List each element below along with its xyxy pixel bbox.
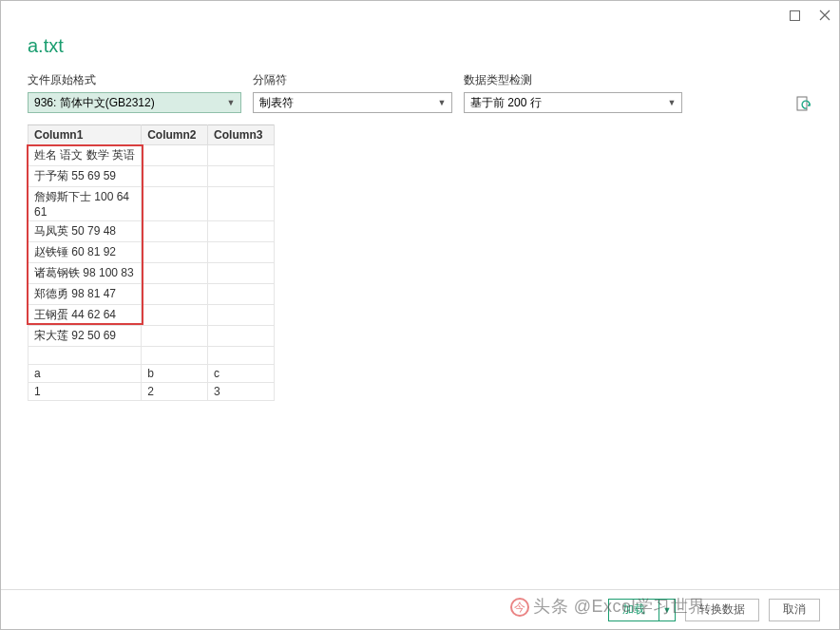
table-cell[interactable]: 于予菊 55 69 59 (29, 166, 142, 187)
data-type-group: 数据类型检测 基于前 200 行 ▼ (464, 72, 682, 113)
table-cell[interactable] (142, 145, 208, 166)
dialog-window: a.txt 文件原始格式 936: 简体中文(GB2312) ▼ 分隔符 制表符… (0, 0, 840, 630)
delimiter-group: 分隔符 制表符 ▼ (253, 72, 452, 113)
table-row[interactable]: abc (29, 365, 275, 383)
table-row[interactable]: 詹姆斯下士 100 64 61 (29, 187, 275, 221)
delimiter-value: 制表符 (259, 95, 294, 111)
table-cell[interactable]: 姓名 语文 数学 英语 (29, 145, 142, 166)
table-cell[interactable] (208, 145, 275, 166)
load-button[interactable]: 加载 ▼ (608, 599, 676, 621)
chevron-down-icon: ▼ (664, 98, 679, 107)
table-cell[interactable] (142, 263, 208, 284)
column-header[interactable]: Column1 (29, 125, 142, 145)
table-cell[interactable] (142, 284, 208, 305)
table-row[interactable]: 于予菊 55 69 59 (29, 166, 275, 187)
table-cell[interactable] (208, 166, 275, 187)
file-origin-dropdown[interactable]: 936: 简体中文(GB2312) ▼ (28, 92, 241, 113)
table-row[interactable]: 诸葛钢铁 98 100 83 (29, 263, 275, 284)
table-cell[interactable]: a (29, 365, 142, 383)
controls-row: 文件原始格式 936: 简体中文(GB2312) ▼ 分隔符 制表符 ▼ 数据类… (1, 72, 839, 113)
page-title: a.txt (1, 29, 839, 72)
cancel-button-label: 取消 (783, 601, 806, 618)
dialog-footer: 加载 ▼ 转换数据 取消 (1, 589, 839, 629)
table-cell[interactable] (208, 305, 275, 326)
table-cell[interactable] (142, 221, 208, 242)
table-cell[interactable]: 宋大莲 92 50 69 (29, 326, 142, 347)
chevron-down-icon: ▼ (223, 98, 239, 107)
table-cell[interactable] (208, 221, 275, 242)
table-cell[interactable] (142, 242, 208, 263)
table-cell[interactable] (142, 347, 208, 365)
cancel-button[interactable]: 取消 (769, 599, 820, 621)
table-cell[interactable]: 马凤英 50 79 48 (29, 221, 142, 242)
preview-table-area: Column1 Column2 Column3 姓名 语文 数学 英语于予菊 5… (28, 124, 275, 401)
column-header[interactable]: Column3 (208, 125, 275, 145)
table-cell[interactable]: c (208, 365, 275, 383)
chevron-down-icon: ▼ (434, 98, 449, 107)
table-row[interactable]: 123 (29, 383, 275, 401)
chevron-down-icon[interactable]: ▼ (659, 605, 675, 615)
data-type-value: 基于前 200 行 (470, 95, 542, 111)
table-cell[interactable]: 赵铁锤 60 81 92 (29, 242, 142, 263)
transform-button-label: 转换数据 (699, 601, 745, 618)
table-cell[interactable] (208, 187, 275, 221)
maximize-icon[interactable] (788, 9, 801, 22)
table-cell[interactable]: 王钢蛋 44 62 64 (29, 305, 142, 326)
table-row[interactable] (29, 347, 275, 365)
table-cell[interactable]: 2 (142, 383, 208, 401)
file-origin-value: 936: 简体中文(GB2312) (34, 95, 155, 111)
table-cell[interactable] (29, 347, 142, 365)
data-type-label: 数据类型检测 (464, 72, 682, 88)
table-cell[interactable] (142, 305, 208, 326)
titlebar (1, 1, 839, 29)
table-row[interactable]: 马凤英 50 79 48 (29, 221, 275, 242)
table-row[interactable]: 宋大莲 92 50 69 (29, 326, 275, 347)
file-origin-label: 文件原始格式 (28, 72, 241, 88)
table-cell[interactable]: 郑德勇 98 81 47 (29, 284, 142, 305)
table-cell[interactable]: 诸葛钢铁 98 100 83 (29, 263, 142, 284)
file-origin-group: 文件原始格式 936: 简体中文(GB2312) ▼ (28, 72, 241, 113)
table-header-row: Column1 Column2 Column3 (29, 125, 275, 145)
close-icon[interactable] (818, 9, 831, 22)
table-cell[interactable] (208, 326, 275, 347)
table-cell[interactable]: b (142, 365, 208, 383)
table-cell[interactable] (208, 263, 275, 284)
table-cell[interactable] (142, 166, 208, 187)
column-header[interactable]: Column2 (142, 125, 208, 145)
table-row[interactable]: 赵铁锤 60 81 92 (29, 242, 275, 263)
table-cell[interactable]: 詹姆斯下士 100 64 61 (29, 187, 142, 221)
table-cell[interactable] (208, 242, 275, 263)
table-cell[interactable] (208, 347, 275, 365)
table-row[interactable]: 王钢蛋 44 62 64 (29, 305, 275, 326)
preview-table: Column1 Column2 Column3 姓名 语文 数学 英语于予菊 5… (28, 124, 275, 401)
table-cell[interactable] (142, 326, 208, 347)
data-type-dropdown[interactable]: 基于前 200 行 ▼ (464, 92, 682, 113)
svg-rect-0 (790, 10, 799, 20)
table-cell[interactable] (208, 284, 275, 305)
delimiter-label: 分隔符 (253, 72, 452, 88)
table-cell[interactable] (142, 187, 208, 221)
transform-button[interactable]: 转换数据 (685, 599, 759, 621)
table-cell[interactable]: 1 (29, 383, 142, 401)
table-row[interactable]: 郑德勇 98 81 47 (29, 284, 275, 305)
table-row[interactable]: 姓名 语文 数学 英语 (29, 145, 275, 166)
delimiter-dropdown[interactable]: 制表符 ▼ (253, 92, 452, 113)
table-cell[interactable]: 3 (208, 383, 275, 401)
load-button-label: 加载 (609, 600, 659, 620)
refresh-icon[interactable] (795, 96, 812, 113)
